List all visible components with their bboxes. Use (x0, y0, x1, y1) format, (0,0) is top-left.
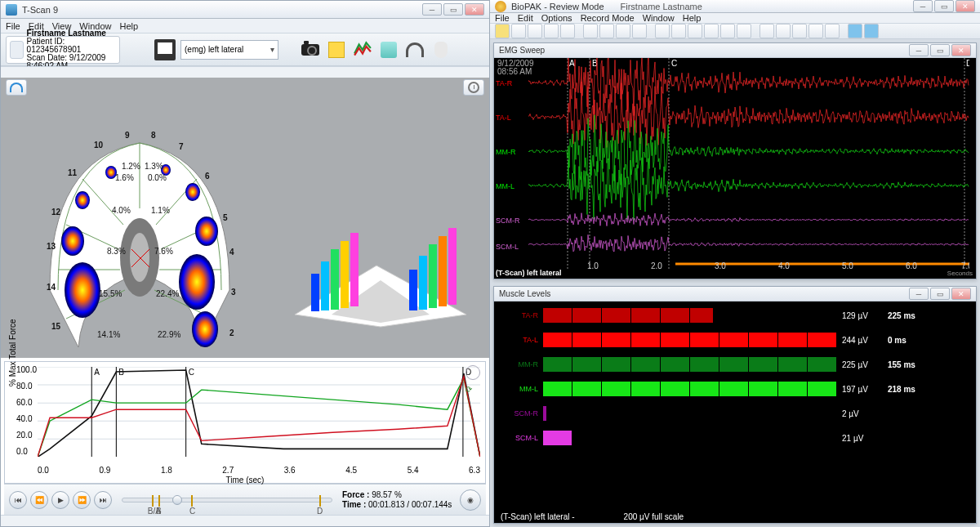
bmenu-options[interactable]: Options (541, 13, 572, 23)
arch-2d-icon (10, 83, 23, 92)
musc-max-button[interactable]: ▭ (930, 288, 950, 300)
musc-min-button[interactable]: ─ (909, 288, 929, 300)
play-icon[interactable] (688, 24, 702, 38)
help-icon[interactable] (848, 24, 862, 38)
emg-seconds-label: Seconds (947, 270, 973, 277)
svg-text:3.0: 3.0 (715, 261, 726, 270)
gauge-button[interactable]: ◉ (460, 489, 481, 511)
play-button[interactable]: ▶ (51, 491, 69, 509)
scan-select-dropdown[interactable]: (emg) left lateral ▾ (180, 40, 278, 60)
menu-file[interactable]: File (6, 21, 20, 31)
tscan-max-button[interactable]: ▭ (443, 3, 463, 16)
print-icon[interactable] (825, 24, 840, 38)
svg-text:14.1%: 14.1% (97, 330, 120, 339)
muscle-bar (543, 431, 837, 445)
bmenu-help[interactable]: Help (683, 13, 702, 23)
muscle-label: TA-R (501, 311, 538, 319)
rewind-start-button[interactable]: ⏮ (9, 491, 27, 509)
occlusion-view[interactable]: 98 107 116 125 134 143 152 1.2%1.3% 1.6%… (1, 78, 489, 358)
tool-icon-3[interactable] (544, 24, 559, 38)
zoom-button[interactable] (466, 365, 480, 380)
svg-text:6: 6 (205, 172, 210, 181)
svg-text:1.1%: 1.1% (151, 206, 170, 215)
arch-button[interactable] (404, 39, 425, 60)
search-icon[interactable] (583, 24, 598, 38)
bmenu-window[interactable]: Window (643, 13, 675, 23)
emg-label-mml: MM-L (496, 182, 514, 190)
tscan-min-button[interactable]: ─ (422, 3, 442, 16)
clock-icon (468, 82, 479, 93)
muscle-bar (543, 406, 837, 421)
svg-text:1.6%: 1.6% (115, 173, 134, 182)
toolbar-scrollbar[interactable] (1, 66, 489, 78)
biopak-min-button[interactable]: ─ (913, 0, 933, 12)
tooth-button[interactable] (430, 39, 452, 60)
force-time-panel: % Max Total Force ABCD 100.080.060.040.0… (4, 361, 486, 484)
tooth-icon (434, 42, 448, 58)
svg-text:12: 12 (51, 208, 61, 217)
bmenu-file[interactable]: File (495, 13, 510, 23)
muscle-uv: 21 µV (842, 434, 883, 443)
menu-help[interactable]: Help (119, 21, 138, 31)
tscan-close-button[interactable]: ✕ (465, 3, 484, 16)
muscle-label: MM-L (501, 385, 538, 393)
svg-text:4.0%: 4.0% (112, 206, 131, 215)
about-icon[interactable] (864, 24, 879, 38)
window-tile-icon[interactable] (760, 24, 774, 38)
open-icon[interactable] (495, 24, 510, 38)
patient-info-box[interactable]: Firstname Lastname Patient ID: 012345678… (6, 36, 120, 64)
sound-icon[interactable] (737, 24, 751, 38)
window-cascade-icon[interactable] (776, 24, 791, 38)
muscle-levels-view[interactable]: TA-R129 µV225 msTA-L244 µV0 msMM-R225 µV… (494, 301, 976, 510)
paste-icon[interactable] (808, 24, 823, 38)
chart-button[interactable] (352, 39, 373, 60)
svg-point-15 (179, 254, 215, 310)
emg-close-button[interactable]: ✕ (951, 44, 971, 56)
svg-rect-50 (311, 274, 319, 311)
view-time-button[interactable] (463, 79, 484, 96)
flag-button[interactable] (378, 39, 399, 60)
save-icon (154, 39, 176, 60)
bmenu-edit[interactable]: Edit (518, 13, 533, 23)
muscle-row: TA-L244 µV0 ms (501, 333, 969, 347)
note-button[interactable] (326, 39, 347, 60)
rewind-button[interactable]: ⏪ (30, 491, 48, 509)
svg-text:14: 14 (47, 283, 56, 292)
cut-icon[interactable] (599, 24, 614, 38)
svg-text:8: 8 (151, 131, 156, 140)
svg-text:A: A (569, 59, 575, 68)
collapse-icon[interactable] (632, 24, 647, 38)
tool-icon-4[interactable] (560, 24, 575, 38)
biopak-max-button[interactable]: ▭ (934, 0, 954, 12)
svg-text:A: A (94, 368, 100, 377)
playback-slider[interactable]: B/ABCD (122, 498, 332, 502)
step-fwd-icon[interactable] (704, 24, 719, 38)
muscle-uv: 244 µV (842, 336, 883, 345)
camera-button[interactable] (300, 39, 321, 60)
svg-point-12 (61, 226, 84, 256)
emg-min-button[interactable]: ─ (909, 44, 929, 56)
emg-max-button[interactable]: ▭ (930, 44, 950, 56)
biopak-close-button[interactable]: ✕ (956, 0, 975, 12)
step-back-icon[interactable] (671, 24, 686, 38)
biopak-menubar: File Edit Options Record Mode Window Hel… (490, 13, 980, 24)
save-button[interactable] (154, 39, 176, 60)
skip-start-icon[interactable] (655, 24, 670, 38)
tool-icon-1[interactable] (511, 24, 526, 38)
skip-end-icon[interactable] (720, 24, 735, 38)
view-2d-button[interactable] (6, 79, 27, 96)
muscle-row: SCM-L21 µV (501, 431, 969, 445)
copy-icon[interactable] (792, 24, 807, 38)
tool-icon-2[interactable] (528, 24, 542, 38)
biopak-title: BioPAK - Review Mode (511, 2, 604, 11)
forward-end-button[interactable]: ⏭ (94, 491, 112, 509)
forward-button[interactable]: ⏩ (73, 491, 91, 509)
crop-icon[interactable] (616, 24, 630, 38)
refresh-button[interactable]: ⟳ (466, 385, 480, 400)
bmenu-record[interactable]: Record Mode (581, 13, 635, 23)
emg-sweep-view[interactable]: 9/12/200908:56 AM TA-R TA-L MM-R MM-L SC… (494, 58, 976, 279)
force-time-chart[interactable]: ABCD (38, 367, 480, 457)
musc-close-button[interactable]: ✕ (951, 288, 971, 300)
bottom-scrollbar[interactable] (1, 515, 489, 526)
svg-text:4.0: 4.0 (778, 261, 790, 270)
